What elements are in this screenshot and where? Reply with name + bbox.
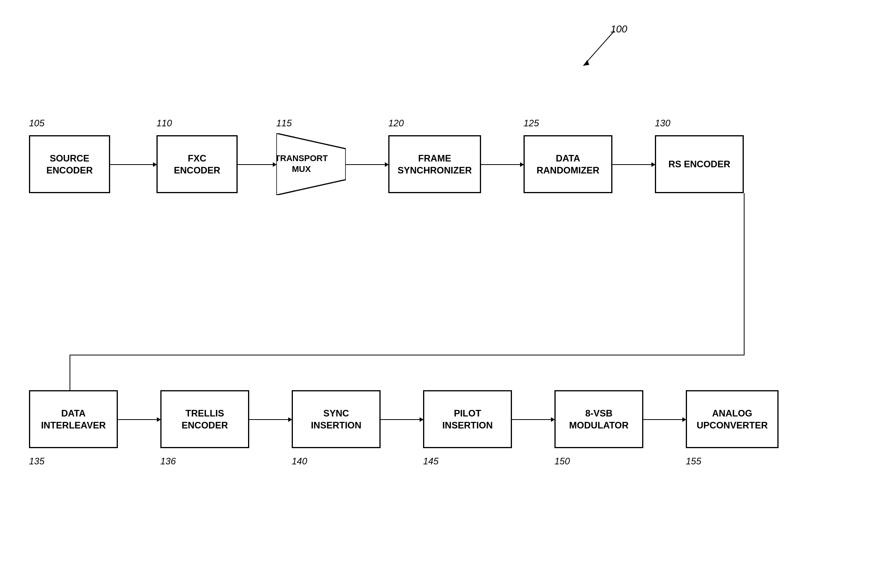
ref-140: 140 (292, 456, 307, 467)
block-source-encoder-label: SOURCEENCODER (46, 152, 93, 176)
svg-marker-2 (276, 133, 346, 195)
connect-h1 (70, 355, 745, 355)
arrow-115-120 (346, 164, 388, 165)
block-pilot-insertion-label: PILOTINSERTION (442, 407, 493, 431)
arrow-145-150 (512, 419, 554, 420)
block-fxc-encoder: FXCENCODER (156, 135, 238, 193)
arrow-110-115 (238, 164, 276, 165)
block-rs-encoder: RS ENCODER (655, 135, 744, 193)
svg-marker-1 (583, 60, 589, 66)
ref-136: 136 (160, 456, 176, 467)
ref-130: 130 (655, 118, 670, 129)
ref-100-arrow (572, 23, 622, 73)
ref-110: 110 (156, 118, 172, 129)
arrow-150-155 (643, 419, 686, 420)
block-rs-encoder-label: RS ENCODER (668, 158, 730, 170)
block-source-encoder: SOURCEENCODER (29, 135, 110, 193)
ref-115: 115 (276, 118, 292, 129)
block-analog-upconverter: ANALOGUPCONVERTER (686, 390, 779, 448)
block-8vsb-modulator-label: 8-VSBMODULATOR (569, 407, 629, 431)
svg-text:MUX: MUX (292, 164, 311, 174)
arrow-105-110 (110, 164, 156, 165)
block-fxc-encoder-label: FXCENCODER (174, 152, 220, 176)
block-8vsb-modulator: 8-VSBMODULATOR (554, 390, 643, 448)
ref-155: 155 (686, 456, 701, 467)
arrow-135-136 (118, 419, 160, 420)
block-frame-synchronizer-label: FRAMESYNCHRONIZER (398, 152, 472, 176)
block-pilot-insertion: PILOTINSERTION (423, 390, 512, 448)
ref-125: 125 (524, 118, 539, 129)
ref-145: 145 (423, 456, 439, 467)
block-trellis-encoder-label: TRELLISENCODER (182, 407, 228, 431)
arrow-140-145 (381, 419, 423, 420)
block-data-interleaver: DATAINTERLEAVER (29, 390, 118, 448)
block-data-randomizer-label: DATARANDOMIZER (537, 152, 600, 176)
block-transport-mux: TRANSPORT MUX (276, 133, 346, 195)
block-sync-insertion-label: SYNCINSERTION (311, 407, 362, 431)
connect-v1 (744, 193, 745, 355)
svg-line-0 (583, 31, 614, 66)
block-trellis-encoder: TRELLISENCODER (160, 390, 249, 448)
block-data-interleaver-label: DATAINTERLEAVER (41, 407, 106, 431)
ref-135: 135 (29, 456, 44, 467)
arrow-120-125 (481, 164, 524, 165)
block-frame-synchronizer: FRAMESYNCHRONIZER (388, 135, 481, 193)
ref-105: 105 (29, 118, 44, 129)
arrow-136-140 (249, 419, 292, 420)
diagram: 100 SOURCEENCODER 105 FXCENCODER 110 TRA… (0, 0, 879, 588)
arrow-125-130 (612, 164, 655, 165)
block-data-randomizer: DATARANDOMIZER (524, 135, 612, 193)
ref-150: 150 (554, 456, 570, 467)
svg-text:TRANSPORT: TRANSPORT (276, 153, 328, 163)
block-sync-insertion: SYNCINSERTION (292, 390, 381, 448)
block-analog-upconverter-label: ANALOGUPCONVERTER (697, 407, 768, 431)
ref-120: 120 (388, 118, 404, 129)
